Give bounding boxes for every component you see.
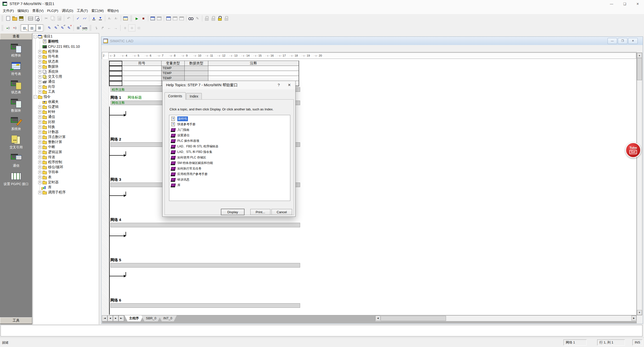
tree-expander[interactable]: + — [38, 176, 42, 179]
insert-network-icon[interactable] — [5, 25, 11, 31]
tree-item-label[interactable]: 整数计算 — [48, 140, 62, 144]
help-topic-item[interactable]: 入门指南 — [169, 127, 290, 133]
view-bar-item[interactable]: 数据块 — [0, 98, 32, 112]
help-topic-item[interactable]: 错误讯息 — [169, 177, 290, 182]
toolbar-gripper[interactable] — [2, 25, 3, 31]
tree-expander[interactable]: + — [38, 166, 42, 169]
help-topic-label[interactable]: 新特性 — [177, 116, 188, 121]
tree-item-label[interactable]: 定时器 — [48, 180, 59, 185]
help-topic-item[interactable]: LAD、STL 和 FBD 指令集 — [169, 149, 290, 155]
scroll-down-icon[interactable]: ▼ — [637, 310, 642, 315]
print-preview-icon[interactable] — [34, 15, 40, 22]
display-button[interactable]: Display — [221, 209, 244, 215]
password-lock-icon[interactable] — [217, 15, 223, 22]
line-right-icon[interactable] — [112, 25, 119, 31]
print-icon[interactable] — [27, 15, 34, 22]
status-chart-icon[interactable] — [165, 15, 172, 22]
tree-item[interactable]: + 时钟 — [33, 109, 99, 114]
box-icon[interactable] — [135, 25, 142, 31]
line-down-icon[interactable] — [93, 25, 99, 31]
network-title[interactable]: 网络标题 — [128, 95, 142, 100]
tree-item[interactable]: 库 — [33, 185, 99, 190]
new-project-icon[interactable] — [5, 15, 11, 22]
undo-icon[interactable] — [65, 15, 72, 22]
insert-down-pen-icon[interactable] — [46, 25, 53, 31]
tree-expander[interactable]: + — [38, 125, 42, 129]
toolbar-gripper[interactable] — [131, 15, 132, 21]
paste-icon[interactable] — [56, 15, 63, 22]
tree-item[interactable]: + 字符串 — [33, 170, 99, 175]
tree-expander[interactable]: + — [38, 50, 42, 53]
tree-item-label[interactable]: 调用子程序 — [48, 190, 66, 195]
tree-item-label[interactable]: 传送 — [48, 155, 55, 159]
tree-item-label[interactable]: 向导 — [48, 84, 55, 89]
help-topic-label[interactable]: 错误讯息 — [177, 178, 189, 182]
unlock-icon[interactable] — [210, 15, 217, 22]
tree-item-label[interactable]: 通信 — [48, 79, 55, 84]
upload-icon[interactable] — [91, 15, 97, 22]
help-topic-item[interactable]: SM 特殊存储区赋值和功能 — [169, 160, 290, 166]
tree-item-label[interactable]: 比较 — [48, 120, 55, 124]
help-topic-label[interactable]: 库 — [177, 183, 180, 187]
tree-item-label[interactable]: 程序块 — [48, 49, 59, 54]
tree-expander[interactable]: + — [38, 70, 42, 73]
help-topic-item[interactable]: LAD、FBD 和 STL 程序编辑器 — [169, 144, 290, 149]
tree-item[interactable]: + 浮点数计算 — [33, 135, 99, 140]
network-comment-bar[interactable] — [110, 263, 300, 268]
previous-icon[interactable] — [107, 315, 113, 321]
insert-branch-pen-icon[interactable] — [59, 25, 66, 31]
tree-item-label[interactable]: 指令 — [44, 95, 51, 99]
monitor-glasses-icon[interactable] — [188, 15, 194, 22]
minimize-icon[interactable] — [609, 2, 614, 6]
tree-item[interactable]: + 系统块 — [33, 69, 99, 74]
help-topic-item[interactable]: 快速参考手册 — [169, 121, 290, 127]
tree-item[interactable]: + 状态表 — [33, 59, 99, 64]
restore-icon[interactable] — [622, 2, 627, 6]
menu-item[interactable]: 帮助(H) — [105, 8, 120, 14]
tree-expander[interactable]: + — [38, 105, 42, 109]
tree-item-label[interactable]: 符号表 — [48, 54, 59, 59]
menu-item[interactable]: 工具(T) — [75, 8, 90, 14]
help-topic-item[interactable]: 设置通信 — [169, 133, 290, 138]
toggle-pou-comments-icon[interactable] — [21, 24, 28, 31]
force-values-icon[interactable] — [178, 15, 185, 22]
tree-item[interactable]: + 表 — [33, 175, 99, 180]
tree-item[interactable]: + 逻辑运算 — [33, 150, 99, 155]
horizontal-scrollbar[interactable]: ◀ ▶ — [375, 315, 637, 321]
dialog-tab[interactable]: Contents — [165, 92, 186, 100]
tools-bar-header[interactable]: 工具 — [0, 317, 32, 324]
help-topic-item[interactable]: PLC 操作和选项 — [169, 138, 290, 144]
tree-item-label[interactable]: 状态表 — [48, 59, 59, 64]
close-icon[interactable] — [635, 2, 640, 6]
tree-item[interactable]: 新特性 — [33, 39, 99, 44]
tree-expander[interactable]: + — [38, 191, 42, 194]
toolbar-gripper[interactable] — [2, 15, 3, 21]
pou-tab[interactable]: SBR_0 — [141, 315, 161, 321]
single-read-icon[interactable] — [172, 15, 178, 22]
line-up-icon[interactable] — [99, 25, 106, 31]
vertical-scrollbar[interactable]: ▲ ▼ — [637, 53, 642, 315]
help-topic-item[interactable]: 库 — [169, 182, 290, 188]
tree-item[interactable]: + 移位/循环 — [33, 165, 99, 170]
pou-tab[interactable]: INT_0 — [159, 315, 177, 321]
view-bar-item[interactable]: 系统块 — [0, 116, 32, 131]
tree-item-label[interactable]: 浮点数计算 — [48, 135, 66, 139]
menu-item[interactable]: 查看(V) — [30, 8, 45, 14]
view-bar-item[interactable]: 通信 — [0, 153, 32, 167]
tree-expander[interactable]: + — [38, 85, 42, 89]
tubeget-overlay-button[interactable]: Tube Get — [625, 142, 641, 158]
tree-item-label[interactable]: 交叉引用 — [48, 74, 62, 79]
tree-expander[interactable]: - — [34, 95, 37, 99]
tree-item-label[interactable]: 计数器 — [48, 130, 59, 134]
tree-item-label[interactable]: 库 — [48, 185, 52, 190]
last-icon[interactable] — [118, 315, 124, 321]
view-bar-item[interactable]: 程序块 — [0, 43, 32, 57]
delete-branch-pen-icon[interactable] — [66, 25, 72, 31]
tree-expander[interactable]: + — [38, 151, 42, 154]
network-comment-bar[interactable] — [110, 223, 300, 227]
sort-ascending-icon[interactable] — [106, 15, 113, 22]
menu-item[interactable]: 调试(D) — [60, 8, 75, 14]
compile-all-icon[interactable] — [81, 15, 88, 22]
tree-expander[interactable]: + — [38, 181, 42, 184]
symbol-table-view-icon[interactable] — [75, 25, 82, 31]
